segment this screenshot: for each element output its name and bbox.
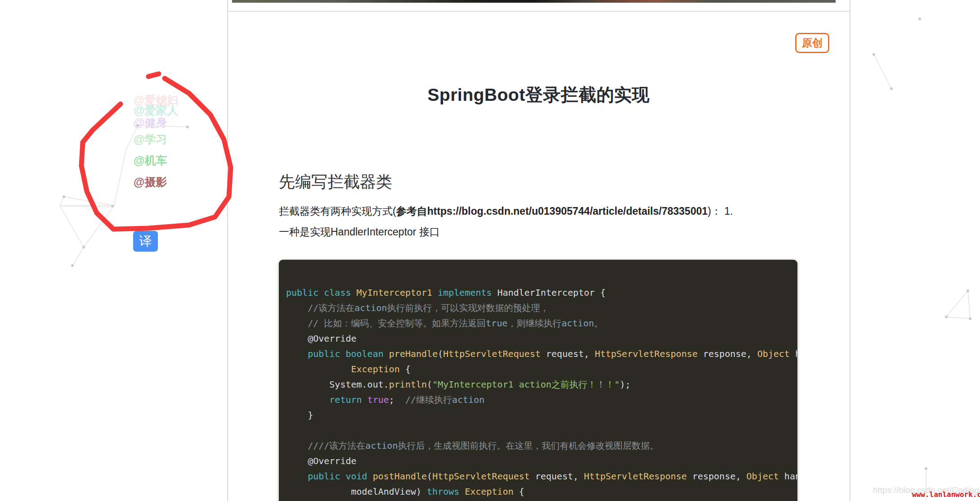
code-line: } <box>286 407 793 423</box>
paragraph-text: )： 1. <box>708 205 733 217</box>
code-line: public class MyInterceptor1 implements H… <box>286 285 793 300</box>
side-tag: @健身 <box>134 115 167 130</box>
article-title: SpringBoot登录拦截的实现 <box>228 83 850 107</box>
side-tag: @机车 <box>134 153 167 168</box>
code-line: // 比如：编码、安全控制等。如果方法返回true，则继续执行action。 <box>286 316 793 331</box>
code-line: Exception { <box>286 361 793 377</box>
code-line: //该方法在action执行前执行，可以实现对数据的预处理， <box>286 300 793 316</box>
code-block[interactable]: public class MyInterceptor1 implements H… <box>279 260 797 501</box>
code-line: @Override <box>286 331 793 346</box>
watermark-lanlanwork: www.lanlanwork.com <box>912 490 980 499</box>
content-right-border <box>850 0 850 501</box>
code-content: public class MyInterceptor1 implements H… <box>286 285 793 499</box>
article-paragraph: 拦截器类有两种实现方式(参考自https://blog.csdn.net/u01… <box>279 201 801 242</box>
code-line: modelAndView) throws Exception { <box>286 484 793 499</box>
side-tag: @摄影 <box>134 175 167 190</box>
content-left-border <box>227 0 228 501</box>
code-line <box>286 423 793 438</box>
banner-image-strip <box>232 0 836 3</box>
translate-button[interactable]: 译 <box>133 231 158 252</box>
code-line: ////该方法在action执行后，生成视图前执行。在这里，我们有机会修改视图层… <box>286 438 793 453</box>
paragraph-reference-link-text[interactable]: 参考自https://blog.csdn.net/u013905744/arti… <box>396 205 708 217</box>
code-line: @Override <box>286 453 793 469</box>
side-tag: @学习 <box>134 132 167 147</box>
original-badge: 原创 <box>795 33 829 53</box>
code-line: System.out.println("MyInterceptor1 actio… <box>286 377 793 392</box>
code-line: public boolean preHandle(HttpServletRequ… <box>286 346 793 361</box>
header-divider <box>228 11 850 12</box>
code-line: public void postHandle(HttpServletReques… <box>286 469 793 484</box>
code-line: return true; //继续执行action <box>286 392 793 407</box>
paragraph-text: 一种是实现HandlerInterceptor 接口 <box>279 226 440 238</box>
section-heading: 先编写拦截器类 <box>279 171 392 193</box>
paragraph-text: 拦截器类有两种实现方式( <box>279 205 396 217</box>
page: @爱媳妇 @爱家人 @健身 @学习 @机车 @摄影 <box>0 0 980 501</box>
